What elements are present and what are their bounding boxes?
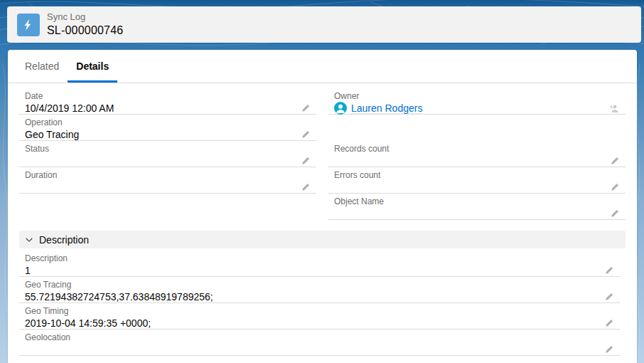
edit-icon[interactable] xyxy=(604,344,614,354)
record-header: Sync Log SL-000000746 xyxy=(7,6,641,43)
change-owner-icon[interactable] xyxy=(608,102,620,114)
tab-bar: Related Details xyxy=(8,50,637,83)
field-value: 10/4/2019 12:00 AM xyxy=(25,102,295,114)
field-records-count: Records count xyxy=(328,141,626,167)
field-label: Object Name xyxy=(334,196,620,206)
field-owner: Owner Lauren Rodgers xyxy=(328,88,626,115)
lightning-bolt-icon xyxy=(17,14,40,36)
edit-icon[interactable] xyxy=(610,209,620,219)
field-label: Geo Tracing xyxy=(25,280,614,290)
field-value: 2019-10-04 14:59:35 +0000; xyxy=(25,317,599,329)
section-title: Description xyxy=(39,234,89,246)
field-label: Geolocation xyxy=(25,332,614,342)
edit-icon[interactable] xyxy=(610,156,620,166)
tab-related[interactable]: Related xyxy=(16,50,68,83)
field-description: Description 1 xyxy=(19,251,620,277)
edit-icon[interactable] xyxy=(604,318,614,328)
field-value: Geo Tracing xyxy=(25,129,295,140)
field-duration: Duration xyxy=(19,167,316,194)
field-geolocation: Geolocation xyxy=(19,330,620,356)
field-geo-tracing: Geo Tracing 55.72194382724753,37.6384891… xyxy=(19,277,620,303)
empty-cell xyxy=(328,115,626,141)
edit-icon[interactable] xyxy=(301,130,311,140)
field-operation: Operation Geo Tracing xyxy=(19,115,316,141)
field-label: Operation xyxy=(25,117,311,127)
field-geo-timing: Geo Timing 2019-10-04 14:59:35 +0000; xyxy=(19,303,620,330)
owner-link[interactable]: Lauren Rodgers xyxy=(351,102,608,114)
field-value: 55.72194382724753,37.63848919789256; xyxy=(25,291,599,302)
field-label: Status xyxy=(25,144,311,154)
field-errors-count: Errors count xyxy=(328,167,626,194)
edit-icon[interactable] xyxy=(301,103,311,113)
edit-icon[interactable] xyxy=(604,265,614,275)
tab-details[interactable]: Details xyxy=(68,50,117,83)
field-date: Date 10/4/2019 12:00 AM xyxy=(19,88,316,115)
edit-icon[interactable] xyxy=(301,182,311,192)
field-label: Date xyxy=(25,91,311,101)
object-label: Sync Log xyxy=(47,12,123,23)
edit-icon[interactable] xyxy=(604,292,614,302)
chevron-down-icon xyxy=(25,236,33,244)
record-name: SL-000000746 xyxy=(47,24,123,37)
detail-field-grid: Date 10/4/2019 12:00 AM Owner Lauren Rod… xyxy=(19,88,626,220)
field-status: Status xyxy=(19,141,316,167)
field-label: Duration xyxy=(25,170,311,180)
field-label: Description xyxy=(25,253,614,263)
field-object-name: Object Name xyxy=(328,194,626,220)
field-value: 1 xyxy=(25,265,599,276)
edit-icon[interactable] xyxy=(610,182,620,192)
user-avatar-icon xyxy=(334,102,347,115)
field-label: Geo Timing xyxy=(25,306,614,316)
description-field-list: Description 1 Geo Tracing 55.72194382724… xyxy=(19,251,620,356)
field-label: Owner xyxy=(334,91,620,101)
description-section-header[interactable]: Description xyxy=(19,231,626,248)
field-label: Errors count xyxy=(334,170,620,180)
field-label: Records count xyxy=(334,144,620,154)
record-detail-card: Related Details Date 10/4/2019 12:00 AM … xyxy=(8,50,637,363)
edit-icon[interactable] xyxy=(301,156,311,166)
